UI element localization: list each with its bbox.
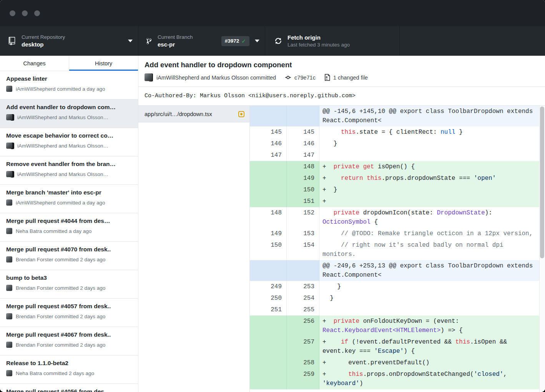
sync-icon — [275, 37, 281, 45]
hunk-header: @@ -145,6 +145,10 @@ export class Toolba… — [319, 106, 545, 126]
diff-row: 145145 this.state = { clientRect: null } — [250, 126, 545, 138]
commit-item-byline: Neha Batra committed 2 days ago — [16, 370, 94, 376]
avatar — [6, 86, 12, 92]
old-line-number: 250 — [250, 292, 287, 304]
toolbar: Current Repository desktop Current Branc… — [0, 26, 545, 56]
commit-list-item[interactable]: Merge pull request #4056 from des… — [0, 384, 138, 392]
old-line-number: 146 — [250, 138, 287, 149]
new-line-number: 146 — [287, 138, 319, 149]
new-line-number: 259 — [287, 369, 319, 389]
avatar — [6, 114, 12, 120]
old-line-number — [250, 336, 287, 357]
old-line-number: 251 — [250, 304, 287, 316]
commit-item-meta: iAmWillShepherd and Markus Olsson… — [6, 114, 133, 121]
old-line-number — [250, 260, 287, 281]
commit-list-item[interactable]: Merge pull request #4070 from desk..Bren… — [0, 242, 138, 270]
commit-list-item[interactable]: Merge pull request #4057 from desk..Bren… — [0, 299, 138, 327]
avatar — [6, 285, 13, 291]
new-line-number — [287, 106, 319, 126]
diff-row: 146146 } — [250, 138, 545, 149]
git-commit-icon — [284, 74, 292, 81]
old-line-number: 145 — [250, 126, 287, 138]
tab-history[interactable]: History — [69, 56, 138, 71]
titlebar — [0, 0, 545, 26]
current-branch-value: esc-pr — [158, 41, 193, 48]
old-line-number — [250, 106, 287, 126]
avatar — [6, 86, 13, 92]
maximize-window-button[interactable] — [34, 10, 40, 16]
commit-list-item[interactable]: Release to 1.1.0-beta2Neha Batra committ… — [0, 355, 138, 384]
code-line: + private onFoldoutKeyDown = (event: Rea… — [319, 316, 545, 336]
commit-list-item[interactable]: Appease linteriAmWillShepherd committed … — [0, 71, 138, 100]
commit-description: Co-Authored-By: Markus Olsson <niik@user… — [138, 87, 545, 106]
new-line-number: 147 — [287, 149, 319, 161]
commit-item-meta: iAmWillShepherd and Markus Olsson… — [6, 171, 133, 178]
commit-title: Add event handler to dropdown component — [145, 61, 539, 69]
code-line: + return this.props.dropdownState === 'o… — [319, 173, 545, 184]
code-line — [319, 304, 545, 316]
new-line-number: 149 — [287, 173, 319, 184]
diff-row: 258+ event.preventDefault() — [250, 357, 545, 369]
scrollbar-thumb[interactable] — [540, 106, 544, 258]
file-modified-status-icon — [238, 111, 244, 117]
old-line-number — [250, 173, 287, 184]
close-window-button[interactable] — [10, 10, 15, 16]
old-line-number: 149 — [250, 228, 287, 239]
current-branch-button[interactable]: Current Branch esc-pr #3972 ✓ — [138, 26, 265, 56]
avatar — [6, 199, 13, 206]
fetch-origin-subtitle: Last fetched 3 minutes ago — [287, 42, 350, 48]
new-line-number: 258 — [287, 357, 319, 369]
old-line-number: 249 — [250, 281, 287, 292]
commit-list-item[interactable]: bump to beta3Brendan Forster committed 2… — [0, 270, 138, 299]
avatar — [6, 342, 12, 348]
new-line-number: 152 — [287, 207, 319, 228]
code-line — [319, 149, 545, 161]
commit-list-item[interactable]: Merge pull request #4067 from desk..Bren… — [0, 327, 138, 355]
fetch-origin-button[interactable]: Fetch origin Last fetched 3 minutes ago — [265, 26, 400, 56]
commit-summary: Add event handler to dropdown component … — [138, 56, 545, 87]
diff-row: 147147 — [250, 149, 545, 161]
chevron-down-icon — [255, 40, 259, 42]
diff-row: 148+ private get isOpen() { — [250, 161, 545, 173]
git-branch-icon — [146, 37, 151, 45]
pr-check-icon: ✓ — [241, 38, 246, 44]
commit-list-item[interactable]: Move escape behavior to correct co…iAmWi… — [0, 128, 138, 156]
commit-list: Appease linteriAmWillShepherd committed … — [0, 71, 138, 392]
commit-item-title: Appease linter — [6, 75, 133, 82]
commit-item-byline: iAmWillShepherd committed a day ago — [16, 86, 105, 92]
new-line-number: 153 — [287, 228, 319, 239]
code-line: // right now it's scaled badly on normal… — [319, 239, 545, 260]
code-line: + — [319, 196, 545, 207]
avatar — [6, 370, 13, 377]
changed-file-icon — [324, 74, 331, 81]
old-line-number — [250, 316, 287, 336]
file-list-item[interactable]: app/src/ui/t…/dropdown.tsx — [138, 106, 249, 123]
commit-item-title: Move escape behavior to correct co… — [6, 132, 133, 139]
diff-row: 250254 } — [250, 292, 545, 304]
avatar — [6, 370, 12, 376]
code-line: } — [319, 292, 545, 304]
fetch-origin-title: Fetch origin — [287, 34, 350, 41]
old-line-number: 148 — [250, 207, 287, 228]
commit-item-meta: Brendan Forster committed 2 days ago — [6, 256, 133, 263]
commit-item-byline: iAmWillShepherd committed a day ago — [16, 200, 105, 206]
toolbar-empty-area — [400, 26, 545, 56]
code-line: + } — [319, 184, 545, 196]
current-branch-label: Current Branch — [158, 34, 193, 40]
diff-row: 249253 } — [250, 281, 545, 292]
minimize-window-button[interactable] — [22, 10, 28, 16]
commit-list-item[interactable]: Add event handler to dropdown com…iAmWil… — [0, 100, 138, 128]
commit-list-item[interactable]: Remove event handler from the bran…iAmWi… — [0, 156, 138, 185]
diff-scrollbar[interactable] — [539, 106, 545, 392]
current-repository-button[interactable]: Current Repository desktop — [0, 26, 138, 56]
commit-list-item[interactable]: Merge branch 'master' into esc-priAmWill… — [0, 185, 138, 213]
diff-row: 151+ — [250, 196, 545, 207]
avatar — [6, 313, 13, 320]
hunk-header: @@ -249,6 +253,13 @@ export class Toolba… — [319, 260, 545, 281]
commit-item-byline: Brendan Forster committed 2 days ago — [16, 342, 105, 348]
tab-changes[interactable]: Changes — [0, 56, 69, 71]
diff-viewer: @@ -145,6 +145,10 @@ export class Toolba… — [250, 106, 545, 392]
code-line: } — [319, 281, 545, 292]
diff-rows: @@ -145,6 +145,10 @@ export class Toolba… — [250, 106, 545, 389]
commit-list-item[interactable]: Merge pull request #4044 from des…Neha B… — [0, 213, 138, 242]
